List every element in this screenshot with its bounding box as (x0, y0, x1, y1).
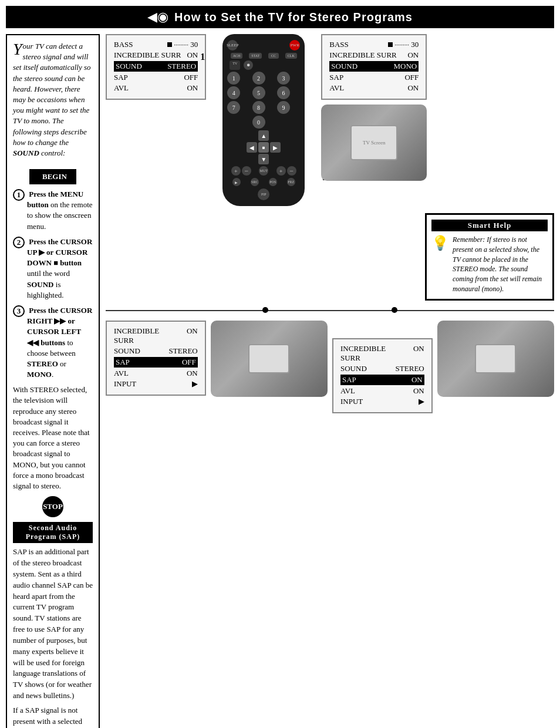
step-2-number: 2 (13, 237, 25, 248)
screen-3-panel: INCREDIBLE SURR ON SOUND STEREO SAP OFF … (106, 321, 206, 396)
top-screens: BASS ········· 30 INCREDIBLE SURR ON SOU… (106, 34, 206, 100)
left-column: Y our TV can detect a stereo signal and … (6, 34, 100, 728)
tv-row: TV ⏺ (227, 60, 300, 70)
page-header: ◀◉ How to Set the TV for Stereo Programs (6, 6, 554, 28)
source-button[interactable]: SRC (251, 178, 259, 186)
num-1-button[interactable]: 1 (227, 72, 240, 85)
screen2-row-sap: SAP OFF (329, 73, 419, 82)
record-button[interactable]: ⏺ (244, 60, 253, 70)
remote-spacer (260, 40, 267, 50)
ch-controls: + − (276, 166, 296, 176)
remote-top-row: SLEEP PWR (227, 40, 300, 50)
screen4-row-sound: SOUND STEREO (340, 364, 424, 373)
step-3-number: 3 (13, 305, 25, 317)
begin-badge: BEGIN (29, 169, 76, 184)
function-row: ▶ SRC POS FRZ (227, 178, 300, 186)
tv-screen-bottom-left (248, 344, 289, 373)
page-title: How to Set the TV for Stereo Programs (174, 11, 413, 24)
step-label-1: 1 (200, 52, 205, 62)
cursor-down-button[interactable]: ▼ (258, 154, 269, 164)
screen4-row-input: INPUT ▶ (340, 397, 424, 406)
vol-minus-button[interactable]: − (242, 166, 251, 176)
top-right-area: BASS ········· 30 INCREDIBLE SURR ON SOU… (106, 34, 554, 206)
num-2-button[interactable]: 2 (252, 72, 265, 85)
remote-area: 1 2 3 SLEEP PWR ACH STAT CC CLK (211, 34, 316, 206)
divider-dot-left (262, 307, 268, 313)
tv-graphic-top: TV Screen (321, 105, 427, 181)
smart-help-box: Smart Help 💡 Remember: If stereo is not … (425, 213, 554, 301)
screen1-row-sound: SOUND STEREO (114, 61, 198, 72)
screen2-row-bass: BASS ········· 30 (329, 40, 419, 49)
step-1-number: 1 (13, 189, 25, 201)
main-layout: Y our TV can detect a stereo signal and … (6, 34, 554, 728)
bottom-right-area: INCREDIBLE SURR ON SOUND STEREO SAP OFF … (106, 321, 554, 413)
remote-numpad: 1 2 3 4 5 6 7 8 9 0 (227, 72, 300, 129)
num-spacer (227, 116, 240, 129)
screen3-row-sap: SAP OFF (114, 357, 198, 368)
step-1: 1 Press the MENU button on the remote to… (13, 189, 93, 232)
status-button[interactable]: STAT (249, 53, 262, 59)
step-1-text: Press the MENU button on the remote to s… (27, 189, 93, 232)
intro-text: Y our TV can detect a stereo signal and … (13, 41, 93, 159)
divider-dot-right (392, 307, 397, 313)
num-6-button[interactable]: 6 (277, 86, 290, 99)
cursor-up-button[interactable]: ▲ (258, 130, 269, 141)
select-button[interactable]: ■ (258, 142, 269, 153)
tv-screen-bottom-right (475, 344, 516, 373)
position-button[interactable]: POS (269, 178, 277, 186)
sleep-button[interactable]: SLEEP (227, 40, 238, 50)
screen1-row-surr: INCREDIBLE SURR ON (114, 50, 198, 60)
num-9-button[interactable]: 9 (277, 101, 290, 114)
play-button[interactable]: ▶ (232, 178, 241, 186)
step-2-text: Press the CURSOR UP ▶ or CURSOR DOWN ■ b… (27, 237, 93, 301)
screen3-row-surr: INCREDIBLE SURR ON (114, 326, 198, 345)
num-5-button[interactable]: 5 (252, 86, 265, 99)
screen4-row-surr: INCREDIBLE SURR ON (340, 344, 424, 363)
tv-button[interactable]: TV (230, 60, 240, 70)
screen-1-panel: BASS ········· 30 INCREDIBLE SURR ON SOU… (106, 34, 206, 100)
dpad-empty-br (270, 154, 281, 164)
ch-minus-button[interactable]: − (287, 166, 296, 176)
stereo-note: With STEREO selected, the television wil… (13, 385, 93, 491)
screen2-row-avl: AVL ON (329, 83, 419, 93)
ch-plus-button[interactable]: + (276, 166, 286, 176)
step-2: 2 Press the CURSOR UP ▶ or CURSOR DOWN ■… (13, 237, 93, 301)
remote-input-row: ACH STAT CC CLK (227, 53, 300, 59)
clock-button[interactable]: CLK (285, 53, 297, 59)
remote-control: SLEEP PWR ACH STAT CC CLK TV ⏺ (222, 34, 305, 206)
cursor-left-button[interactable]: ◀ (247, 142, 257, 153)
screen1-row-bass: BASS ········· 30 (114, 40, 198, 49)
num-0-button[interactable]: 0 (252, 116, 265, 129)
dpad-empty-tl (247, 130, 257, 141)
num-4-button[interactable]: 4 (227, 86, 240, 99)
step-3: 3 Press the CURSOR RIGHT ▶▶ or CURSOR LE… (13, 305, 93, 380)
num-3-button[interactable]: 3 (277, 72, 290, 85)
num-7-button[interactable]: 7 (227, 101, 240, 114)
screen-2-panel: BASS ········· 30 INCREDIBLE SURR ON SOU… (321, 34, 427, 100)
tv-graphic-bottom-right (437, 321, 554, 397)
tv-graphic-bottom-left (211, 321, 328, 397)
vol-ch-row: + − MUT + − (227, 166, 300, 176)
screen4-row-avl: AVL ON (340, 386, 424, 396)
screen4-row-sap: SAP ON (340, 375, 424, 385)
divider-line (106, 310, 554, 311)
tv-screen-graphic: TV Screen (350, 125, 397, 160)
intro-body: our TV can detect a stereo signal and wi… (13, 42, 91, 157)
freeze-button[interactable]: FRZ (287, 178, 295, 186)
cc-button[interactable]: CC (268, 53, 279, 59)
num-8-button[interactable]: 8 (252, 101, 265, 114)
dpad-container: ▲ ◀ ■ ▶ ▼ (227, 130, 300, 164)
power-button[interactable]: PWR (289, 40, 300, 50)
sap-text: SAP is an additional part of the stereo … (13, 547, 93, 728)
pip-button[interactable]: PIP (258, 188, 269, 200)
ach-button[interactable]: ACH (231, 53, 243, 59)
vol-controls: + − (231, 166, 251, 176)
vol-plus-button[interactable]: + (231, 166, 241, 176)
bar-block-2 (388, 42, 393, 47)
screen3-row-sound: SOUND STEREO (114, 346, 198, 356)
cursor-right-button[interactable]: ▶ (270, 142, 281, 153)
right-screens: BASS ········· 30 INCREDIBLE SURR ON SOU… (321, 34, 427, 181)
step-3-text: Press the CURSOR RIGHT ▶▶ or CURSOR LEFT… (27, 305, 93, 380)
pip-row: PIP (227, 188, 300, 200)
mute-button[interactable]: MUT (259, 166, 268, 176)
